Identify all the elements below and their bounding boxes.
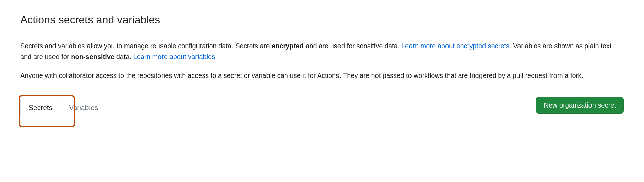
desc-bold-nonsensitive: non-sensitive [71, 53, 114, 60]
tab-variables[interactable]: Variables [61, 98, 106, 117]
description-paragraph-1: Secrets and variables allow you to manag… [20, 40, 624, 62]
new-organization-secret-button[interactable]: New organization secret [536, 97, 624, 114]
desc-bold-encrypted: encrypted [272, 42, 304, 50]
desc-text: data. [114, 53, 133, 60]
tabs-container: Secrets Variables [20, 98, 106, 117]
desc-text: Secrets and variables allow you to manag… [20, 42, 272, 50]
tab-secrets[interactable]: Secrets [20, 98, 61, 117]
description-paragraph-2: Anyone with collaborator access to the r… [20, 70, 624, 81]
learn-more-variables-link[interactable]: Learn more about variables [133, 53, 215, 60]
desc-text: and are used for sensitive data. [304, 42, 401, 50]
page-title: Actions secrets and variables [20, 13, 624, 31]
learn-more-secrets-link[interactable]: Learn more about encrypted secrets [401, 42, 509, 50]
desc-text: . [215, 53, 217, 60]
tab-bar: Secrets Variables New organization secre… [20, 97, 624, 117]
